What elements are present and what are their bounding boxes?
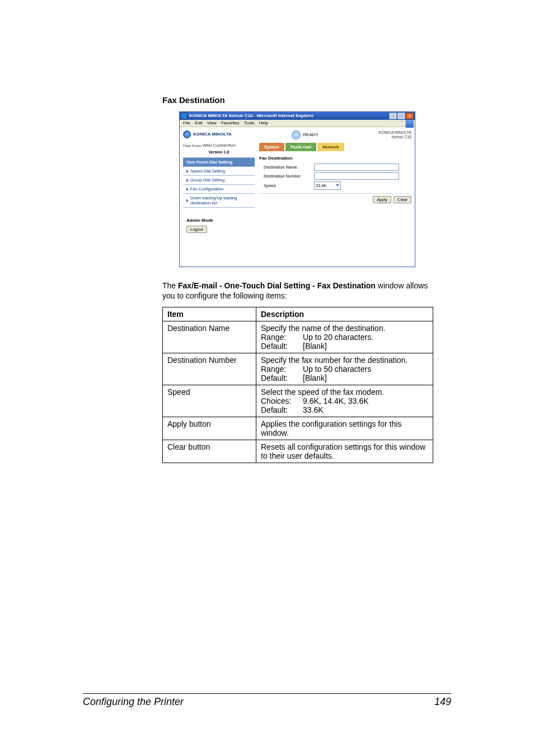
tab-fax-email[interactable]: Fax/E-mail bbox=[285, 143, 317, 151]
nav-label: One-Touch Dial Setting bbox=[186, 160, 232, 165]
brand-right-line2: bizhub C10 bbox=[379, 135, 411, 139]
page-footer: Configuring the Printer 149 bbox=[83, 693, 451, 708]
divider bbox=[259, 193, 411, 194]
apply-button[interactable]: Apply bbox=[373, 196, 391, 203]
ie-app-icon bbox=[181, 113, 188, 119]
desc-default-value: [Blank] bbox=[303, 374, 327, 382]
tab-system[interactable]: System bbox=[259, 143, 284, 151]
brand-right-line1: KONICA MINOLTA bbox=[379, 130, 411, 135]
nav-group-dial[interactable]: Group Dial Setting bbox=[183, 175, 255, 184]
label-destination-number: Destination Number bbox=[259, 174, 314, 179]
input-destination-number[interactable] bbox=[314, 172, 399, 180]
row-destination-number: Destination Number bbox=[259, 172, 411, 180]
desc-main: Specify the fax number for the destinati… bbox=[261, 356, 428, 365]
cell-description: Specify the name of the destination. Ran… bbox=[256, 321, 433, 353]
intro-bold: Fax/E-mail - One-Touch Dial Setting - Fa… bbox=[178, 281, 376, 290]
label-destination-name: Destination Name bbox=[259, 165, 314, 170]
intro-paragraph: The Fax/E-mail - One-Touch Dial Setting … bbox=[162, 281, 433, 302]
pagescope-web-connection: Page Scope Web Connection bbox=[183, 143, 255, 148]
footer-title: Configuring the Printer bbox=[83, 696, 184, 708]
ie-window: KONICA MINOLTA bizhub C10 - Microsoft In… bbox=[179, 111, 415, 267]
menu-file[interactable]: File bbox=[183, 120, 190, 126]
status-area: READY bbox=[292, 130, 318, 139]
minimize-button[interactable]: – bbox=[389, 113, 397, 119]
cell-item: Apply button bbox=[163, 417, 256, 440]
menu-help[interactable]: Help bbox=[259, 120, 268, 126]
desc-range-label: Range: bbox=[261, 365, 303, 374]
admin-mode-label: Admin Mode bbox=[186, 218, 255, 223]
th-description: Description bbox=[256, 307, 433, 321]
input-destination-name[interactable] bbox=[314, 164, 399, 171]
button-row: Apply Clear bbox=[259, 196, 411, 203]
desc-default-value: 33.6K bbox=[303, 405, 324, 414]
nav-down-up-loading[interactable]: Down loading/Up loading destination list bbox=[183, 193, 255, 208]
version-label: Version 1.0 bbox=[183, 148, 255, 157]
printer-status-icon bbox=[292, 130, 301, 139]
desc-default-label: Default: bbox=[261, 374, 303, 382]
desc-main: Specify the name of the destination. bbox=[261, 324, 428, 333]
nav-label: Group Dial Setting bbox=[190, 178, 224, 183]
cell-description: Select the speed of the fax modem. Choic… bbox=[256, 385, 433, 417]
triangle-icon bbox=[186, 179, 189, 182]
nav-fax-configuration[interactable]: Fax Configuration bbox=[183, 184, 255, 193]
window-controls: – □ × bbox=[389, 113, 414, 119]
main-panel: System Fax/E-mail Network Fax Destinatio… bbox=[255, 143, 411, 233]
cell-item: Speed bbox=[163, 385, 256, 417]
ie-titlebar: KONICA MINOLTA bizhub C10 - Microsoft In… bbox=[180, 112, 415, 120]
admin-mode-box: Admin Mode Logout bbox=[186, 218, 255, 233]
footer-page-number: 149 bbox=[434, 696, 451, 708]
menu-view[interactable]: View bbox=[207, 120, 217, 126]
desc-range-label: Range: bbox=[261, 333, 303, 342]
table-header-row: Item Description bbox=[163, 307, 433, 321]
th-item: Item bbox=[163, 307, 256, 321]
embedded-screenshot: KONICA MINOLTA bizhub C10 - Microsoft In… bbox=[179, 111, 433, 267]
tab-row: System Fax/E-mail Network bbox=[259, 143, 411, 151]
nav-label: Speed Dial Setting bbox=[190, 169, 225, 174]
menu-favorites[interactable]: Favorites bbox=[221, 120, 240, 126]
nav-label: Fax Configuration bbox=[190, 186, 223, 192]
triangle-icon bbox=[186, 199, 189, 202]
triangle-icon bbox=[186, 188, 189, 191]
desc-range-value: Up to 50 characters bbox=[303, 365, 371, 374]
main-row: Page Scope Web Connection Version 1.0 On… bbox=[183, 143, 411, 233]
brand-text: KONICA MINOLTA bbox=[193, 132, 232, 137]
desc-main: Select the speed of the fax modem. bbox=[261, 388, 428, 396]
triangle-icon bbox=[186, 170, 189, 173]
close-button[interactable]: × bbox=[406, 113, 414, 119]
tab-network[interactable]: Network bbox=[317, 143, 344, 151]
panel-title: Fax Destination bbox=[259, 156, 411, 161]
row-speed: Speed 33.6K bbox=[259, 181, 411, 190]
cell-description: Resets all configuration settings for th… bbox=[256, 440, 433, 463]
select-speed[interactable]: 33.6K bbox=[314, 181, 341, 190]
intro-pre: The bbox=[162, 281, 178, 290]
nav-speed-dial[interactable]: Speed Dial Setting bbox=[183, 166, 255, 175]
table-row: Speed Select the speed of the fax modem.… bbox=[163, 385, 433, 417]
select-speed-value: 33.6K bbox=[316, 183, 327, 188]
menu-edit[interactable]: Edit bbox=[195, 120, 203, 126]
desc-range-value: Up to 20 characters. bbox=[303, 333, 373, 342]
brand-right: KONICA MINOLTA bizhub C10 bbox=[379, 130, 411, 140]
ie-title-text: KONICA MINOLTA bizhub C10 - Microsoft In… bbox=[189, 113, 314, 119]
menu-tools[interactable]: Tools bbox=[244, 120, 255, 126]
desc-default-value: [Blank] bbox=[303, 342, 327, 351]
table-row: Apply button Applies the configuration s… bbox=[163, 417, 433, 440]
brand-row: KONICA MINOLTA READY KONICA MINOLTA bizh… bbox=[183, 129, 411, 142]
chevron-down-icon bbox=[336, 184, 339, 186]
cell-item: Destination Number bbox=[163, 353, 256, 385]
ie-content: KONICA MINOLTA READY KONICA MINOLTA bizh… bbox=[180, 127, 415, 267]
desc-range-label: Choices: bbox=[261, 396, 303, 405]
logout-button[interactable]: Logout bbox=[186, 226, 207, 233]
page: Fax Destination KONICA MINOLTA bizhub C1… bbox=[0, 0, 534, 756]
maximize-button[interactable]: □ bbox=[397, 113, 405, 119]
desc-default-label: Default: bbox=[261, 342, 303, 351]
desc-range-value: 9.6K, 14.4K, 33.6K bbox=[303, 396, 369, 405]
cell-item: Destination Name bbox=[163, 321, 256, 353]
config-table: Item Description Destination Name Specif… bbox=[162, 307, 433, 463]
nav-one-touch-dial[interactable]: One-Touch Dial Setting bbox=[183, 157, 255, 166]
cell-description: Applies the configuration settings for t… bbox=[256, 417, 433, 440]
table-row: Clear button Resets all configuration se… bbox=[163, 440, 433, 463]
label-speed: Speed bbox=[259, 183, 314, 188]
brand-left: KONICA MINOLTA bbox=[183, 130, 232, 138]
table-row: Destination Number Specify the fax numbe… bbox=[163, 353, 433, 385]
clear-button[interactable]: Clear bbox=[394, 196, 411, 203]
